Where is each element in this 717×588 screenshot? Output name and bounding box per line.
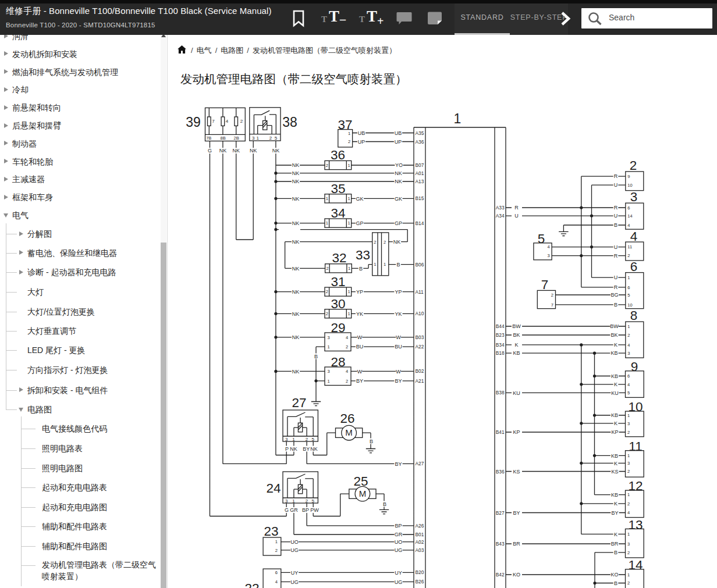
svg-text:1: 1	[627, 532, 630, 537]
svg-text:B38: B38	[496, 390, 505, 395]
svg-text:2: 2	[627, 580, 630, 586]
svg-text:1: 1	[292, 437, 295, 442]
svg-text:2: 2	[306, 498, 308, 504]
svg-text:NK: NK	[292, 162, 300, 168]
svg-text:34: 34	[331, 206, 345, 220]
svg-text:B: B	[370, 439, 373, 444]
svg-text:R: R	[614, 173, 618, 179]
svg-text:2: 2	[346, 344, 348, 350]
svg-text:UO: UO	[395, 539, 403, 545]
svg-text:M: M	[359, 489, 367, 498]
svg-text:3: 3	[252, 136, 255, 141]
svg-text:K: K	[614, 532, 617, 537]
svg-text:2: 2	[240, 119, 243, 124]
svg-text:B34: B34	[496, 342, 505, 348]
svg-text:BR: BR	[611, 541, 619, 547]
svg-text:1: 1	[384, 262, 386, 267]
svg-text:1: 1	[627, 572, 630, 578]
svg-text:B07: B07	[416, 162, 424, 168]
svg-text:UG: UG	[290, 547, 299, 553]
svg-text:A27: A27	[416, 461, 424, 466]
svg-text:2B: 2B	[234, 136, 239, 141]
svg-text:6: 6	[630, 259, 638, 274]
svg-text:A26: A26	[416, 523, 424, 529]
svg-text:7: 7	[541, 277, 549, 292]
svg-text:BU: BU	[356, 344, 364, 350]
svg-text:B: B	[614, 302, 617, 308]
svg-text:NK: NK	[219, 148, 227, 154]
svg-text:2: 2	[630, 158, 637, 173]
svg-text:3: 3	[547, 253, 549, 258]
svg-text:YK: YK	[395, 311, 402, 317]
svg-text:UP: UP	[395, 139, 402, 145]
svg-text:BK: BK	[513, 332, 520, 338]
svg-text:BG: BG	[610, 292, 618, 298]
svg-text:KB: KB	[611, 412, 618, 418]
svg-text:6: 6	[627, 373, 630, 379]
svg-text:6: 6	[627, 285, 630, 290]
svg-text:31: 31	[331, 275, 345, 289]
svg-text:UB: UB	[395, 130, 402, 136]
svg-text:2: 2	[306, 437, 308, 442]
svg-text:NK: NK	[250, 148, 257, 154]
svg-text:GR: GR	[290, 507, 298, 513]
svg-text:NK: NK	[290, 446, 297, 452]
svg-text:2: 2	[326, 289, 328, 294]
svg-text:1: 1	[374, 262, 376, 267]
svg-text:NK: NK	[292, 266, 300, 272]
svg-text:1: 1	[326, 220, 328, 226]
svg-text:NK: NK	[292, 289, 300, 295]
svg-text:29: 29	[331, 320, 345, 335]
svg-text:GP: GP	[395, 220, 402, 226]
svg-text:39: 39	[186, 115, 201, 130]
svg-text:BY: BY	[395, 378, 402, 384]
svg-text:NK: NK	[395, 179, 402, 184]
svg-text:G: G	[208, 148, 212, 154]
svg-text:5: 5	[312, 437, 315, 442]
svg-text:YP: YP	[395, 289, 402, 295]
svg-text:R: R	[514, 205, 519, 211]
svg-text:BU: BU	[395, 344, 402, 350]
svg-text:NK: NK	[292, 170, 300, 176]
svg-text:B: B	[359, 266, 363, 272]
svg-text:6: 6	[275, 570, 278, 575]
svg-text:U: U	[614, 182, 618, 188]
svg-text:26: 26	[340, 411, 354, 426]
svg-text:1: 1	[627, 413, 630, 418]
svg-text:24: 24	[266, 481, 281, 496]
svg-text:2: 2	[627, 550, 630, 555]
svg-text:4: 4	[547, 244, 549, 250]
svg-text:2: 2	[627, 469, 630, 474]
svg-text:4: 4	[627, 343, 630, 348]
svg-text:9: 9	[631, 359, 638, 374]
svg-text:2: 2	[275, 548, 278, 553]
svg-text:36: 36	[331, 148, 345, 162]
svg-text:R: R	[614, 205, 618, 211]
svg-text:GK: GK	[395, 196, 402, 202]
svg-text:7: 7	[551, 302, 553, 308]
svg-text:8: 8	[630, 308, 638, 323]
svg-text:1: 1	[627, 492, 630, 497]
svg-text:5: 5	[538, 231, 545, 246]
svg-text:BY: BY	[303, 446, 310, 452]
svg-text:1: 1	[327, 344, 329, 350]
svg-text:3: 3	[627, 351, 630, 356]
svg-text:1: 1	[347, 220, 350, 226]
svg-text:NK: NK	[232, 148, 240, 154]
svg-text:28: 28	[331, 355, 345, 369]
svg-text:4: 4	[627, 510, 630, 515]
svg-text:14: 14	[628, 558, 643, 572]
svg-text:W: W	[396, 369, 401, 375]
svg-text:UG: UG	[395, 579, 403, 585]
svg-text:12: 12	[628, 479, 643, 493]
svg-text:2: 2	[551, 293, 553, 298]
svg-text:5: 5	[275, 136, 278, 141]
svg-text:7: 7	[212, 119, 215, 124]
svg-text:K: K	[614, 382, 617, 387]
svg-text:YK: YK	[356, 311, 363, 317]
svg-text:5: 5	[312, 498, 315, 504]
svg-text:KB: KB	[610, 350, 617, 356]
svg-text:K: K	[614, 461, 617, 466]
svg-text:A36: A36	[416, 139, 424, 145]
svg-text:M: M	[345, 427, 353, 437]
